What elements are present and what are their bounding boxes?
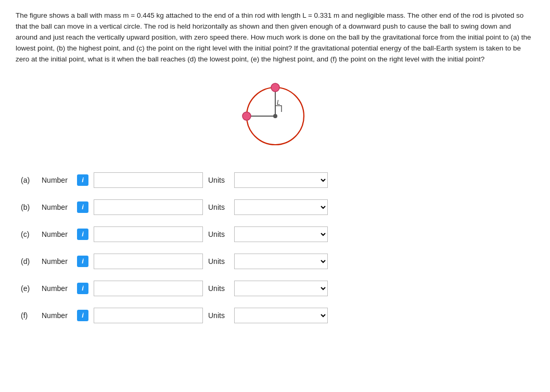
- info-button-2[interactable]: i: [77, 229, 88, 240]
- answer-row-c: (c)NumberiUnitsJNmkgW: [21, 226, 534, 242]
- answer-row-d: (d)NumberiUnitsJNmkgW: [21, 254, 534, 269]
- number-label-1: Number: [42, 203, 72, 211]
- info-button-4[interactable]: i: [77, 283, 88, 294]
- row-label-1: (b): [21, 203, 36, 211]
- row-label-5: (f): [21, 311, 36, 320]
- rod-label: L: [277, 99, 280, 106]
- units-label-1: Units: [208, 203, 229, 211]
- number-input-2[interactable]: [94, 226, 203, 242]
- number-label-2: Number: [42, 230, 72, 238]
- ball-top: [271, 83, 279, 92]
- number-input-4[interactable]: [94, 281, 203, 296]
- number-input-1[interactable]: [94, 199, 203, 215]
- ball-initial: [242, 112, 251, 120]
- row-label-0: (a): [21, 176, 36, 184]
- answer-rows: (a)NumberiUnitsJNmkgW(b)NumberiUnitsJNmk…: [16, 172, 534, 323]
- physics-diagram: L: [234, 74, 317, 158]
- units-select-5[interactable]: JNmkgW: [234, 308, 328, 323]
- units-select-3[interactable]: JNmkgW: [234, 254, 328, 269]
- number-input-3[interactable]: [94, 254, 203, 269]
- answer-row-e: (e)NumberiUnitsJNmkgW: [21, 281, 534, 296]
- diagram-container: L: [16, 74, 534, 158]
- units-select-4[interactable]: JNmkgW: [234, 281, 328, 296]
- units-label-2: Units: [208, 230, 229, 238]
- answer-row-b: (b)NumberiUnitsJNmkgW: [21, 199, 534, 215]
- row-label-2: (c): [21, 230, 36, 238]
- number-label-4: Number: [42, 284, 72, 293]
- number-label-0: Number: [42, 176, 72, 184]
- info-button-5[interactable]: i: [77, 310, 88, 321]
- units-label-5: Units: [208, 311, 229, 320]
- row-label-3: (d): [21, 257, 36, 265]
- number-label-3: Number: [42, 257, 72, 265]
- units-label-3: Units: [208, 257, 229, 265]
- units-label-0: Units: [208, 176, 229, 184]
- number-input-5[interactable]: [94, 308, 203, 323]
- units-select-2[interactable]: JNmkgW: [234, 226, 328, 242]
- units-label-4: Units: [208, 284, 229, 293]
- units-select-1[interactable]: JNmkgW: [234, 199, 328, 215]
- info-button-3[interactable]: i: [77, 256, 88, 267]
- answer-row-f: (f)NumberiUnitsJNmkgW: [21, 308, 534, 323]
- units-select-0[interactable]: JNmkgW: [234, 172, 328, 188]
- number-input-0[interactable]: [94, 172, 203, 188]
- row-label-4: (e): [21, 284, 36, 293]
- problem-text: The figure shows a ball with mass m = 0.…: [16, 10, 534, 65]
- info-button-1[interactable]: i: [77, 201, 88, 213]
- answer-row-a: (a)NumberiUnitsJNmkgW: [21, 172, 534, 188]
- number-label-5: Number: [42, 311, 72, 320]
- info-button-0[interactable]: i: [77, 174, 88, 186]
